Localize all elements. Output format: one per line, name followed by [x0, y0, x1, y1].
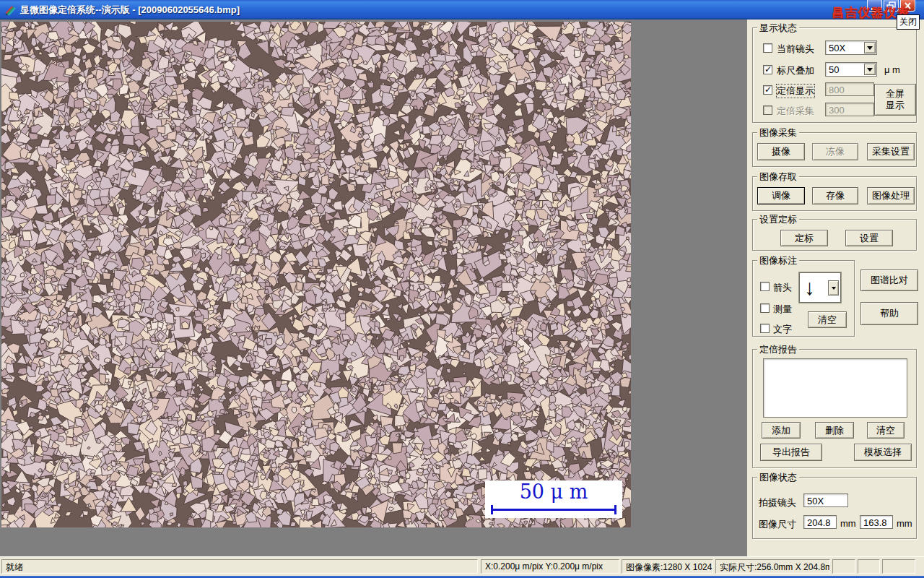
group-title: 显示状态 — [757, 22, 799, 35]
measure-checkbox[interactable] — [760, 303, 770, 313]
group-image-capture: 图像采集 摄像 冻像 采集设置 — [752, 132, 917, 167]
group-image-status: 图像状态 拍摄镜头 50X 图像尺寸 204.8 mm 163.8 mm — [752, 477, 917, 539]
group-calibration: 设置定标 定标 设置 — [752, 219, 917, 251]
load-image-button[interactable]: 调像 — [757, 187, 805, 204]
scale-overlay-label[interactable]: 标尺叠加 — [777, 64, 814, 77]
save-image-button[interactable]: 存像 — [812, 187, 858, 204]
calibration-settings-button[interactable]: 设置 — [845, 230, 893, 246]
client-area: 50 μ m 显示状态 当前镜头 50X 标尺叠加 50 — [0, 20, 924, 556]
group-annotation: 图像标注 箭头 ↓ 测量 清空 文字 — [752, 260, 855, 337]
fixed-display-input: 800 — [825, 82, 874, 96]
group-image-storage: 图像存取 调像 存像 图像处理 — [752, 176, 917, 211]
dropdown-arrow-icon[interactable] — [828, 280, 839, 296]
clear-annotation-button[interactable]: 清空 — [808, 311, 847, 328]
arrow-style-picker[interactable]: ↓ — [799, 272, 841, 303]
report-add-button[interactable]: 添加 — [762, 422, 801, 439]
window-title: 显微图像定倍系统--演示版 - [20090602055646.bmp] — [20, 4, 240, 17]
status-image-pixels: 图像像素:1280 X 1024 — [622, 559, 713, 574]
scale-bar-line — [491, 505, 616, 514]
group-display-status: 显示状态 当前镜头 50X 标尺叠加 50 μ m 定倍显示 800 — [752, 27, 917, 123]
status-actual-size: 实际尺寸:256.0mm X 204.8mm — [715, 559, 830, 574]
calibrate-button[interactable]: 定标 — [780, 230, 828, 246]
width-unit: mm — [840, 518, 856, 529]
group-report: 定倍报告 添加 删除 清空 导出报告 模板选择 — [752, 349, 917, 468]
fixed-display-checkbox[interactable] — [763, 85, 772, 95]
image-process-button[interactable]: 图像处理 — [867, 187, 915, 204]
group-title: 图像存取 — [757, 171, 799, 184]
fixed-display-label[interactable]: 定倍显示 — [777, 85, 814, 98]
lens-label: 拍摄镜头 — [759, 496, 796, 509]
size-label: 图像尺寸 — [759, 518, 796, 531]
height-value-input[interactable]: 163.8 — [860, 515, 893, 529]
app-window: 显微图像定倍系统--演示版 - [20090602055646.bmp] 昌吉仪… — [0, 0, 924, 578]
scale-overlay-checkbox[interactable] — [763, 65, 772, 74]
status-empty-panel — [882, 559, 915, 574]
status-empty-panel — [832, 559, 855, 574]
current-lens-checkbox[interactable] — [763, 43, 772, 53]
height-unit: mm — [897, 518, 912, 529]
scale-bar-label: 50 μ m — [485, 481, 622, 503]
close-tooltip: 关闭 — [897, 14, 920, 30]
lens-value-input[interactable]: 50X — [803, 493, 848, 507]
group-title: 图像采集 — [757, 126, 799, 139]
capture-button[interactable]: 摄像 — [757, 143, 805, 160]
fullscreen-button[interactable]: 全屏 显示 — [874, 84, 916, 116]
status-empty-panel — [858, 559, 880, 574]
status-pixel-scale: X:0.200μ m/pix Y:0.200μ m/pix — [481, 559, 619, 574]
width-value-input[interactable]: 204.8 — [803, 515, 837, 529]
text-label[interactable]: 文字 — [773, 323, 792, 336]
control-panel: 显示状态 当前镜头 50X 标尺叠加 50 μ m 定倍显示 800 — [747, 20, 924, 556]
scale-bar-overlay: 50 μ m — [485, 480, 622, 518]
dropdown-arrow-icon[interactable] — [864, 64, 876, 75]
measure-label[interactable]: 测量 — [773, 303, 792, 316]
arrow-checkbox[interactable] — [760, 282, 770, 291]
image-viewport[interactable]: 50 μ m — [1, 22, 631, 527]
title-bar[interactable]: 显微图像定倍系统--演示版 - [20090602055646.bmp] — [0, 0, 924, 20]
micrograph-image[interactable] — [1, 22, 631, 527]
report-listbox[interactable] — [763, 358, 907, 418]
fixed-capture-input: 300 — [825, 103, 874, 116]
fixed-capture-label: 定倍采集 — [777, 105, 814, 118]
group-title: 图像状态 — [757, 471, 799, 484]
text-checkbox[interactable] — [760, 324, 770, 333]
freeze-button: 冻像 — [812, 143, 858, 160]
arrow-label[interactable]: 箭头 — [773, 281, 792, 294]
status-ready: 就绪 — [1, 559, 478, 574]
current-lens-label[interactable]: 当前镜头 — [777, 43, 814, 56]
template-select-button[interactable]: 模板选择 — [854, 444, 912, 461]
group-title: 定倍报告 — [757, 343, 799, 356]
scale-overlay-select[interactable]: 50 — [825, 62, 877, 77]
down-arrow-icon: ↓ — [804, 272, 815, 303]
export-report-button[interactable]: 导出报告 — [760, 444, 822, 461]
report-clear-button[interactable]: 清空 — [867, 422, 905, 439]
status-bar: 就绪 X:0.200μ m/pix Y:0.200μ m/pix 图像像素:12… — [0, 556, 924, 576]
current-lens-select[interactable]: 50X — [825, 40, 877, 55]
report-delete-button[interactable]: 删除 — [815, 422, 854, 439]
help-button[interactable]: 帮助 — [860, 302, 918, 325]
dropdown-arrow-icon[interactable] — [864, 42, 876, 53]
capture-settings-button[interactable]: 采集设置 — [867, 143, 915, 160]
group-title: 图像标注 — [757, 254, 799, 267]
scale-overlay-unit: μ m — [884, 64, 900, 75]
fixed-capture-checkbox — [763, 105, 772, 115]
atlas-compare-button[interactable]: 图谱比对 — [860, 269, 918, 291]
group-title: 设置定标 — [757, 213, 799, 226]
app-icon — [4, 4, 16, 16]
